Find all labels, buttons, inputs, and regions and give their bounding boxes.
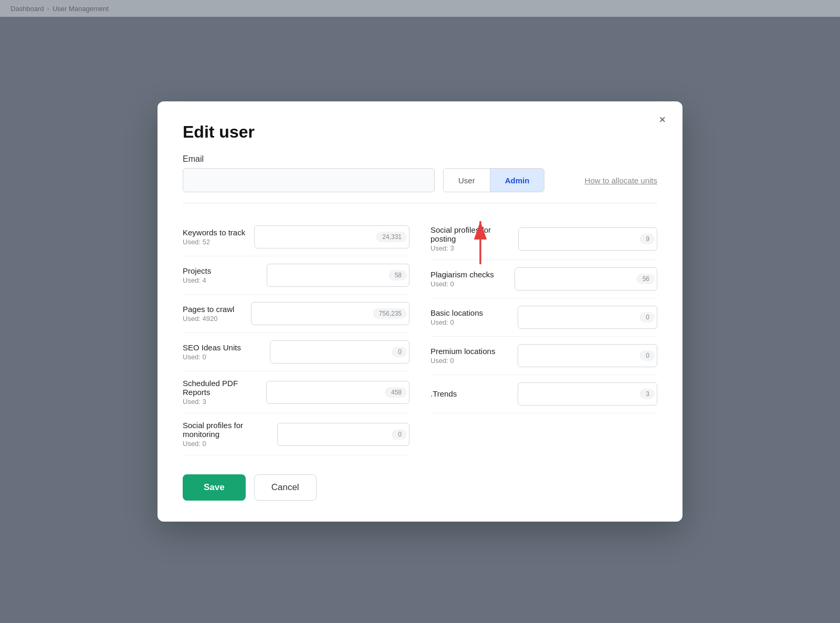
field-input-group-seo-ideas: 250 0 <box>270 340 410 364</box>
field-row-pdf-reports: Scheduled PDF Reports Used: 3 5 458 <box>183 371 410 413</box>
field-badge-pages-crawl: 756,235 <box>373 308 407 319</box>
field-input-seo-ideas[interactable]: 250 <box>270 347 390 357</box>
field-input-keywords[interactable]: 10000 <box>255 232 374 242</box>
field-badge-projects: 58 <box>389 270 407 281</box>
field-input-projects[interactable]: 50 <box>267 271 387 280</box>
field-input-group-social-posting: 5 9 <box>518 227 657 251</box>
field-badge-seo-ideas: 0 <box>392 347 407 357</box>
field-name-social-posting: Social profiles for posting <box>430 225 518 243</box>
field-row-keywords: Keywords to track Used: 52 10000 24,331 <box>183 218 410 256</box>
field-input-group-trends: 0 3 <box>518 382 657 406</box>
field-input-social-monitoring[interactable]: 5 <box>278 430 391 439</box>
allocate-units-link[interactable]: How to allocate units <box>585 176 657 185</box>
field-input-plagiarism[interactable]: 0 <box>515 274 635 284</box>
field-used-projects: Used: 4 <box>183 276 211 284</box>
field-used-social-monitoring: Used: 0 <box>183 440 277 448</box>
field-name-pdf-reports: Scheduled PDF Reports <box>183 379 266 397</box>
field-input-group-social-monitoring: 5 0 <box>277 423 410 446</box>
field-input-pdf-reports[interactable]: 5 <box>267 388 383 397</box>
field-badge-plagiarism: 56 <box>637 274 655 284</box>
field-input-basic-locations[interactable]: 0 <box>518 313 638 322</box>
field-name-keywords: Keywords to track <box>183 228 245 237</box>
field-badge-pdf-reports: 458 <box>385 387 407 398</box>
field-input-pages-crawl[interactable]: 20000 <box>251 309 371 318</box>
field-badge-trends: 3 <box>640 389 655 399</box>
field-used-pages-crawl: Used: 4920 <box>183 315 234 323</box>
field-input-group-pages-crawl: 20000 756,235 <box>251 302 410 325</box>
fields-grid: Keywords to track Used: 52 10000 24,331 … <box>183 218 657 455</box>
field-badge-keywords: 24,331 <box>376 232 407 242</box>
email-label: Email <box>183 154 657 164</box>
field-badge-social-posting: 9 <box>640 234 655 244</box>
field-row-seo-ideas: SEO Ideas Units Used: 0 250 0 <box>183 333 410 371</box>
field-used-pdf-reports: Used: 3 <box>183 398 266 406</box>
field-name-pages-crawl: Pages to crawl <box>183 305 234 314</box>
field-row-basic-locations: Basic locations Used: 0 0 0 <box>430 298 657 337</box>
field-used-premium-locations: Used: 0 <box>430 357 495 365</box>
close-button[interactable]: × <box>655 112 670 128</box>
field-input-group-projects: 50 58 <box>267 264 410 287</box>
field-input-group-basic-locations: 0 0 <box>518 306 657 329</box>
admin-toggle-button[interactable]: Admin <box>490 169 544 192</box>
field-used-keywords: Used: 52 <box>183 238 245 246</box>
cancel-button[interactable]: Cancel <box>254 474 317 501</box>
field-row-social-posting: Social profiles for posting Used: 3 5 9 <box>430 218 657 260</box>
field-name-basic-locations: Basic locations <box>430 308 483 317</box>
section-divider <box>183 203 657 203</box>
field-input-premium-locations[interactable]: 0 <box>518 351 638 360</box>
field-used-social-posting: Used: 3 <box>430 244 518 252</box>
user-toggle-button[interactable]: User <box>444 169 490 192</box>
field-input-trends[interactable]: 0 <box>518 389 638 399</box>
field-badge-basic-locations: 0 <box>640 312 655 323</box>
fields-right: Social profiles for posting Used: 3 5 9 … <box>430 218 657 455</box>
edit-user-modal: × Edit user Email User Admin How to allo… <box>158 101 682 522</box>
field-row-trends: .Trends 0 3 <box>430 375 657 413</box>
field-input-group-plagiarism: 0 56 <box>514 267 657 290</box>
field-row-social-monitoring: Social profiles for monitoring Used: 0 5… <box>183 413 410 455</box>
field-used-seo-ideas: Used: 0 <box>183 353 241 361</box>
field-badge-premium-locations: 0 <box>640 350 655 361</box>
modal-title: Edit user <box>183 122 657 142</box>
field-row-projects: Projects Used: 4 50 58 <box>183 256 410 295</box>
modal-footer: Save Cancel <box>183 474 657 501</box>
field-name-premium-locations: Premium locations <box>430 347 495 356</box>
top-row: User Admin How to allocate units <box>183 168 657 192</box>
field-badge-social-monitoring: 0 <box>392 429 407 440</box>
field-used-basic-locations: Used: 0 <box>430 318 483 326</box>
fields-left: Keywords to track Used: 52 10000 24,331 … <box>183 218 410 455</box>
email-input[interactable] <box>183 168 435 192</box>
field-row-pages-crawl: Pages to crawl Used: 4920 20000 756,235 <box>183 295 410 333</box>
field-name-social-monitoring: Social profiles for monitoring <box>183 421 277 439</box>
modal-overlay: × Edit user Email User Admin How to allo… <box>0 0 840 623</box>
field-name-projects: Projects <box>183 266 211 275</box>
field-row-premium-locations: Premium locations Used: 0 0 0 <box>430 337 657 375</box>
field-name-trends: .Trends <box>430 389 457 398</box>
field-input-group-pdf-reports: 5 458 <box>266 381 410 404</box>
field-input-social-posting[interactable]: 5 <box>519 234 638 244</box>
role-toggle-group: User Admin <box>443 168 544 192</box>
field-row-plagiarism: Plagiarism checks Used: 0 0 56 <box>430 260 657 298</box>
field-input-group-premium-locations: 0 0 <box>518 344 657 367</box>
field-name-plagiarism: Plagiarism checks <box>430 270 494 279</box>
field-name-seo-ideas: SEO Ideas Units <box>183 343 241 352</box>
field-used-plagiarism: Used: 0 <box>430 280 494 288</box>
save-button[interactable]: Save <box>183 474 246 501</box>
field-input-group-keywords: 10000 24,331 <box>254 225 410 248</box>
